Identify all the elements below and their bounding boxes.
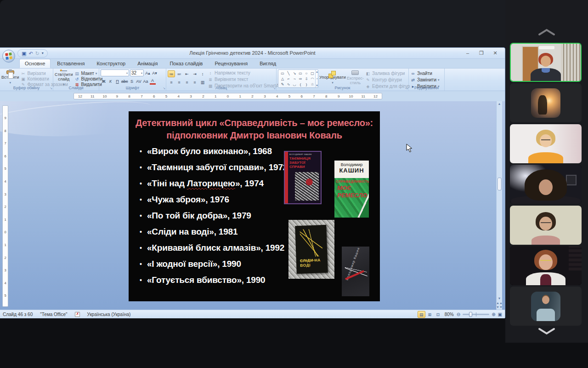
font-size-combobox[interactable]: 32▾ [130,69,144,76]
shape-icon[interactable]: ⇩ [304,76,309,81]
shape-icon[interactable]: ⌐ [286,76,291,81]
shadow-button[interactable]: S [129,78,135,85]
shape-icon[interactable]: ◠ [310,76,315,81]
underline-button[interactable]: П [114,78,120,85]
zoom-in-icon[interactable]: ⊕ [492,312,495,317]
participant-video-tile[interactable] [510,206,582,245]
zoom-level[interactable]: 80% [445,312,454,317]
zoom-out-icon[interactable]: ⊖ [457,312,460,317]
bullets-button[interactable]: ≔ [168,70,175,77]
reset-button[interactable]: ↺Відновити [74,76,103,81]
shape-icon[interactable]: △ [280,76,285,81]
participant-video-tile[interactable] [510,43,582,82]
shape-icon[interactable]: ▭ [280,71,285,76]
participant-video-tile[interactable] [510,165,582,204]
title-bar[interactable]: ▣ ↶ ↻ ▾ Лекція Грінченко детектив 2024 -… [0,48,505,59]
align-right-button[interactable]: ≡ [183,79,191,86]
tab-Показ слайдів[interactable]: Показ слайдів [164,59,208,68]
font-dialog-launcher[interactable]: ↘ [163,86,165,90]
redo-icon[interactable]: ↻ [35,50,40,57]
bold-button[interactable]: Ж [101,78,107,85]
scrollbar-thumb[interactable] [498,178,502,190]
shape-icon[interactable]: ▢ [310,71,315,76]
slide-editing-area[interactable]: 987654321012345 Детективний цикл «Справе… [0,101,505,310]
increase-indent-button[interactable]: ⇥ [191,70,198,77]
next-slide-button[interactable]: ▼▼ [496,305,503,310]
mouse-cursor [406,144,413,155]
minimize-button[interactable]: – [462,49,474,57]
slideshow-button[interactable]: ⊡ [434,311,442,318]
shapes-gallery-scrollbar[interactable]: ▲▪▼ [315,70,318,87]
spell-check-icon[interactable] [75,312,80,317]
find-button[interactable]: ∞Знайти [410,71,440,76]
close-button[interactable]: ✕ [489,49,501,57]
shape-outline-button[interactable]: ✎Контур фігури [365,77,410,82]
scroll-participants-up-icon[interactable] [537,29,557,36]
shape-icon[interactable]: ╲ [286,71,291,76]
align-left-button[interactable]: ≡ [168,79,175,86]
zoom-slider[interactable] [463,314,489,315]
arrange-button[interactable]: Упорядкувати▾ [320,69,345,85]
shapes-gallery[interactable]: ▭╲↘▭○▢△⌐¬⇨⇩◠✎∿◡()☆ ▲▪▼ [278,69,318,88]
fit-to-window-icon[interactable]: ▣ [498,312,502,317]
char-spacing-button[interactable]: AV [136,78,142,85]
participant-avatar-tile[interactable] [510,83,582,122]
change-case-button[interactable]: Aa [143,78,149,85]
drawing-dialog-launcher[interactable]: ↘ [405,86,408,90]
layout-button[interactable]: ▤Макет▾ [74,71,103,76]
grow-font-button[interactable]: A▴ [145,70,151,76]
shape-fill-button[interactable]: ◧Заливка фігури [365,71,410,76]
scroll-participants-down-icon[interactable] [537,328,557,335]
shape-icon[interactable]: ○ [304,71,309,76]
decrease-indent-button[interactable]: ⇤ [183,70,191,77]
normal-view-button[interactable]: ▤ [418,311,425,318]
shape-icon[interactable]: ↘ [292,71,297,76]
tab-Конструктор[interactable]: Конструктор [91,59,131,68]
vertical-scrollbar[interactable]: ▲ ▼ ▲▲ ▼▼ [496,101,502,310]
shrink-font-button[interactable]: A▾ [152,70,158,76]
paragraph-dialog-launcher[interactable]: ↘ [273,86,276,90]
new-slide-button[interactable]: Створити слайд▾ [55,69,73,85]
participant-video-tile[interactable] [510,246,582,285]
slide-sorter-button[interactable]: ⊞ [426,311,434,318]
line-spacing-button[interactable]: ↕ [199,70,206,77]
tab-Основне[interactable]: Основне [19,59,51,68]
italic-button[interactable]: К [107,78,113,85]
scroll-down-icon[interactable]: ▼ [498,296,501,301]
save-icon[interactable]: ▣ [22,50,26,57]
tab-Рецензування[interactable]: Рецензування [209,59,253,68]
tab-Анімація[interactable]: Анімація [132,59,163,68]
align-center-button[interactable]: ≡ [175,79,183,86]
shape-icon[interactable]: ▭ [298,71,303,76]
person-face [540,134,552,147]
participant-video-scene [511,44,581,81]
columns-button[interactable]: ▥ [199,79,206,86]
shape-icon[interactable]: ¬ [292,76,297,81]
group-paragraph: ≔≕⇤⇥↕ ≡≡≡≡▥ ↕Напрямок тексту ≣Вирівняти … [166,69,277,91]
previous-slide-button[interactable]: ▲▲ [496,301,503,305]
slide-content-box[interactable]: Детективний цикл «Справедливість – моє р… [129,111,380,301]
undo-icon[interactable]: ↶ [28,50,33,57]
participant-video-tile[interactable] [510,124,582,163]
office-button[interactable] [2,50,15,63]
numbering-button[interactable]: ≕ [175,70,183,77]
restore-button[interactable]: ❐ [475,49,487,57]
tab-Вставлення[interactable]: Вставлення [51,59,90,68]
justify-button[interactable]: ≡ [191,79,198,86]
shape-icon[interactable]: ⇨ [298,76,303,81]
paste-button[interactable]: Вставити▾ [1,69,19,85]
tab-Вигляд[interactable]: Вигляд [254,59,282,68]
font-color-button[interactable]: А [150,78,156,85]
language-indicator[interactable]: Українська (Україна) [87,312,131,317]
scroll-up-icon[interactable]: ▲ [498,101,501,107]
align-text-button[interactable]: ≣Вирівняти текст [208,77,282,82]
replace-button[interactable]: ⇄Замінити▾ [410,77,440,82]
font-name-combobox[interactable]: ▾ [101,69,129,76]
text-direction-button[interactable]: ↕Напрямок тексту [208,70,282,75]
clipboard-dialog-launcher[interactable]: ↘ [50,86,52,90]
strikethrough-button[interactable]: abc [121,78,128,85]
qat-customize-icon[interactable]: ▾ [42,50,44,57]
zoom-slider-thumb[interactable] [469,312,472,317]
participant-avatar-tile[interactable] [510,287,582,326]
quick-style-button[interactable]: Експрес-стиль [347,69,364,85]
